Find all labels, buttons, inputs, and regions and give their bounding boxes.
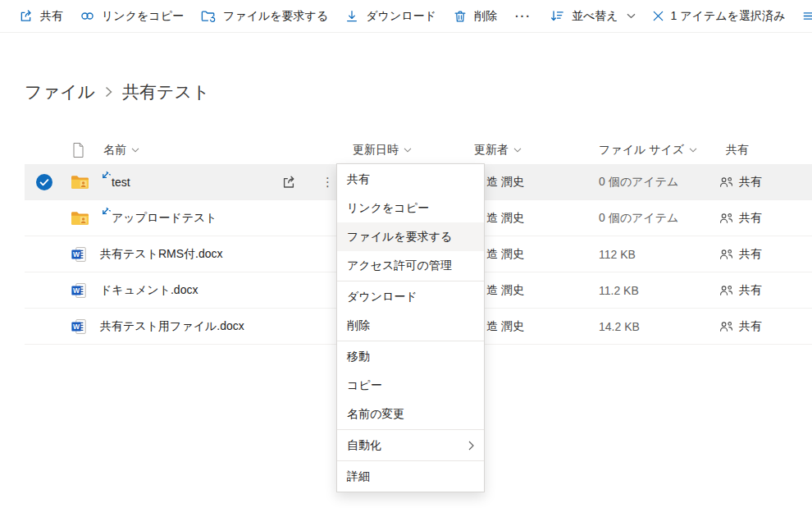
close-icon — [652, 10, 664, 22]
people-icon — [719, 176, 733, 188]
chevron-right-icon — [105, 86, 112, 98]
file-size-cell: 14.2 KB — [599, 320, 640, 333]
request-files-icon — [200, 8, 217, 24]
column-header-name[interactable]: 名前 — [103, 143, 139, 158]
context-menu-item[interactable]: 移動 — [337, 342, 484, 371]
list-view-icon — [801, 8, 812, 24]
context-menu-item[interactable]: アクセス許可の管理 — [337, 251, 484, 280]
context-menu-item[interactable]: リンクをコピー — [337, 194, 484, 222]
word-document-icon: W — [71, 246, 87, 263]
file-name-cell: アップロードテスト — [100, 211, 217, 226]
request-files-button-label: ファイルを要求する — [223, 9, 328, 24]
word-document-icon: W — [71, 318, 87, 335]
chevron-down-icon — [131, 148, 139, 153]
more-commands-button[interactable]: ··· — [505, 0, 541, 32]
file-size-cell: 112 KB — [599, 248, 636, 261]
share-button[interactable]: 共有 — [10, 0, 71, 32]
file-size-cell: 11.2 KB — [599, 284, 639, 297]
file-name-cell: 共有テスト用ファイル.docx — [100, 319, 244, 334]
file-name[interactable]: アップロードテスト — [112, 211, 217, 226]
download-icon — [344, 9, 359, 24]
command-bar: 共有 リンクをコピー ファイルを要求する ダウンロード 削除 ··· 並べ替え — [0, 0, 812, 33]
download-button-label: ダウンロード — [366, 9, 436, 24]
new-item-badge-icon — [100, 171, 111, 181]
sharing-status-label: 共有 — [739, 211, 762, 226]
context-menu-item[interactable]: 詳細 — [337, 462, 484, 491]
people-icon — [719, 249, 733, 260]
row-share-icon[interactable] — [281, 174, 297, 190]
breadcrumb-root[interactable]: ファイル — [25, 80, 95, 103]
sharing-cell: 共有 — [719, 319, 762, 334]
shared-folder-icon — [71, 210, 89, 226]
context-menu-item[interactable]: ファイルを要求する — [337, 222, 484, 251]
file-name[interactable]: ドキュメント.docx — [100, 283, 198, 298]
context-menu-item[interactable]: 自動化 — [337, 431, 484, 460]
sharing-status-label: 共有 — [739, 319, 762, 334]
row-more-actions-icon[interactable]: ⋮ — [318, 175, 337, 190]
sharing-cell: 共有 — [719, 211, 762, 226]
menu-divider — [337, 281, 484, 281]
chevron-down-icon — [689, 148, 697, 153]
copy-link-button-label: リンクをコピー — [102, 9, 184, 24]
file-name[interactable]: 共有テスト用ファイル.docx — [100, 319, 244, 334]
file-type-icon: W — [71, 174, 89, 190]
context-menu-item[interactable]: 名前の変更 — [337, 400, 484, 428]
column-header-file-size[interactable]: ファイル サイズ — [599, 143, 697, 158]
request-files-button[interactable]: ファイルを要求する — [192, 0, 336, 32]
modified-by-cell: 造 潤史 — [486, 247, 524, 262]
clear-selection-button[interactable]: 1 アイテムを選択済み — [644, 9, 794, 24]
chevron-down-icon — [627, 13, 636, 19]
people-icon — [719, 213, 733, 224]
menu-divider — [337, 460, 484, 461]
sharing-cell: 共有 — [719, 283, 762, 298]
sharing-cell: 共有 — [719, 247, 762, 262]
file-type-icon: W — [71, 318, 87, 335]
modified-by-cell: 造 潤史 — [486, 283, 524, 298]
modified-by-cell: 造 潤史 — [486, 319, 524, 334]
context-menu-item[interactable]: コピー — [337, 371, 484, 400]
shared-folder-icon — [71, 174, 89, 190]
copy-link-button[interactable]: リンクをコピー — [71, 0, 192, 32]
breadcrumb-current: 共有テスト — [122, 80, 209, 103]
people-icon — [719, 285, 733, 296]
svg-text:W: W — [73, 323, 80, 331]
row-selected-checkbox[interactable] — [36, 174, 52, 190]
sort-button-label: 並べ替え — [572, 9, 618, 24]
context-menu-item[interactable]: 削除 — [337, 311, 484, 340]
file-size-cell: 0 個のアイテム — [599, 211, 678, 226]
sort-icon — [550, 8, 565, 24]
breadcrumb: ファイル 共有テスト — [25, 80, 209, 103]
download-button[interactable]: ダウンロード — [336, 0, 445, 32]
modified-by-cell: 造 潤史 — [486, 175, 524, 190]
context-menu-item[interactable]: ダウンロード — [337, 282, 484, 311]
column-header-modified[interactable]: 更新日時 — [353, 143, 412, 158]
file-name[interactable]: test — [112, 176, 130, 189]
file-name-cell: 共有テストRMS付.docx — [100, 247, 223, 262]
file-type-icon: W — [71, 282, 87, 299]
share-button-label: 共有 — [40, 9, 63, 24]
chevron-right-icon — [468, 441, 474, 451]
link-icon — [80, 8, 95, 24]
file-name[interactable]: 共有テストRMS付.docx — [100, 247, 223, 262]
view-options-button[interactable] — [793, 8, 812, 24]
sharing-status-label: 共有 — [739, 175, 762, 190]
sharing-cell: 共有 — [719, 175, 762, 190]
file-name-cell: ドキュメント.docx — [100, 283, 198, 298]
new-item-badge-icon — [100, 207, 111, 217]
trash-icon — [453, 9, 468, 24]
sort-button[interactable]: 並べ替え — [541, 8, 644, 24]
modified-by-cell: 造 潤史 — [486, 211, 524, 226]
sharing-status-label: 共有 — [739, 247, 762, 262]
file-type-icon: W — [71, 246, 87, 263]
menu-divider — [337, 341, 484, 341]
selection-status: 1 アイテムを選択済み — [671, 9, 786, 24]
svg-text:W: W — [73, 286, 80, 295]
delete-button[interactable]: 削除 — [445, 0, 505, 32]
chevron-down-icon — [513, 148, 522, 153]
column-header-modified-by[interactable]: 更新者 — [474, 143, 522, 158]
menu-divider — [337, 429, 484, 430]
context-menu: 共有 リンクをコピー ファイルを要求する アクセス許可の管理 ダウンロード 削除 — [336, 163, 485, 492]
share-icon — [18, 8, 34, 24]
column-header-sharing[interactable]: 共有 — [726, 143, 749, 158]
context-menu-item[interactable]: 共有 — [337, 165, 484, 194]
